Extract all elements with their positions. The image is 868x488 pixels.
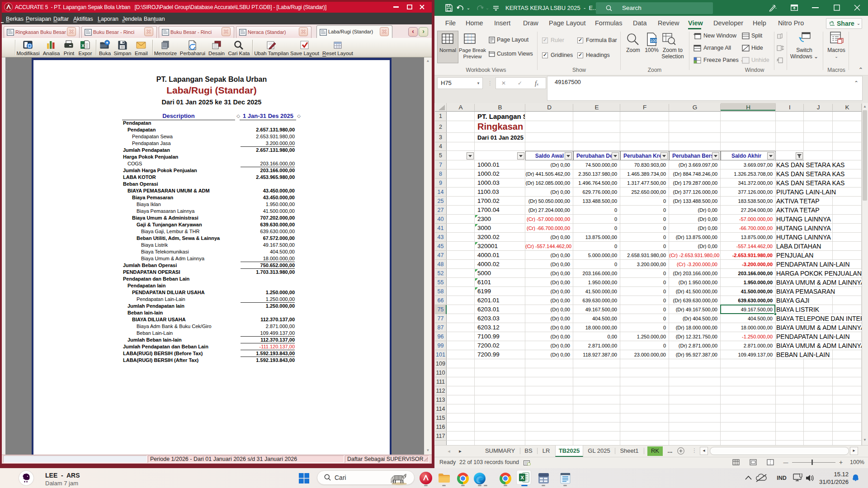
svg-text:x: x <box>81 42 85 48</box>
svg-text:X: X <box>520 475 524 480</box>
svg-text:100: 100 <box>650 38 657 43</box>
